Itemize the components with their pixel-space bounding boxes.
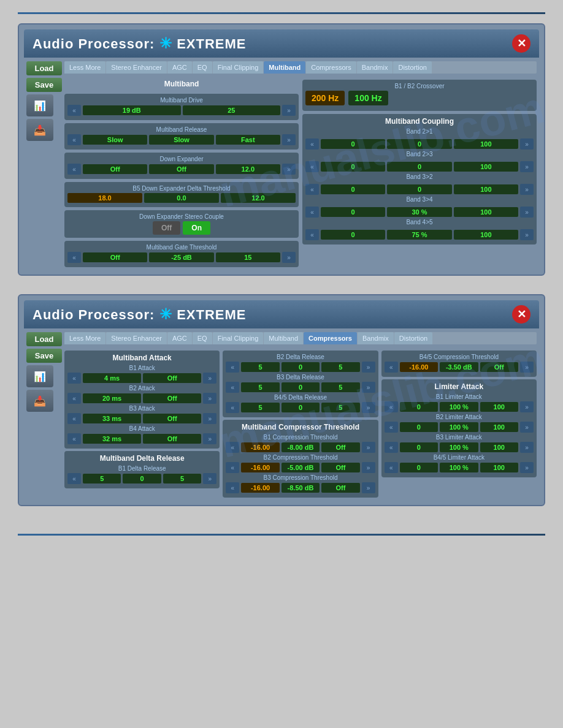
exp-inc2-btn[interactable]: » [282,164,296,175]
b2la-dec-btn[interactable]: « [385,422,398,433]
b1ct-inc-btn[interactable]: » [362,442,375,453]
drive-inc2-btn[interactable]: » [282,105,296,116]
b3la-dec-btn[interactable]: « [385,442,398,453]
band45-inc-btn[interactable]: » [520,229,534,240]
b5-exp-row: 18.0 0.0 12.0 [67,193,296,203]
tab-p1-multiband[interactable]: Multiband [264,61,305,74]
b3ct-inc-btn[interactable]: » [362,482,375,493]
panel-2-close-button[interactable]: ✕ [512,305,530,324]
exp-dec2-btn[interactable]: « [67,164,81,175]
b3atk-dec-btn[interactable]: « [67,413,81,424]
tab-p2-agc[interactable]: AGC [167,332,192,344]
tab-p1-eq[interactable]: EQ [193,61,212,74]
band21-dec-btn[interactable]: « [305,138,319,150]
panel-1-export-icon-button[interactable]: 📥 [26,119,53,141]
tab-p2-multiband[interactable]: Multiband [264,332,303,344]
release-inc2-btn[interactable]: » [282,134,296,145]
b45dr-dec-btn[interactable]: « [226,402,239,413]
stereo-couple-off-btn[interactable]: Off [153,221,180,235]
b1atk-inc-btn[interactable]: » [203,373,216,384]
panel-1-save-button[interactable]: Save [26,78,62,92]
drive-dec2-btn[interactable]: « [67,105,81,116]
b45la-dec-btn[interactable]: « [385,462,398,473]
tab-p1-finalclipping[interactable]: Final Clipping [213,61,264,74]
b2dr-inc-btn[interactable]: » [362,362,375,373]
release-value: Slow [149,135,213,145]
drive-label: Multiband Drive [67,97,296,104]
b2ct-dec-btn[interactable]: « [226,462,239,473]
band45-dec-btn[interactable]: « [305,229,319,240]
panel-2-save-button[interactable]: Save [26,349,62,363]
b3atk-inc-btn[interactable]: » [203,413,216,424]
b5-v3: 12.0 [221,193,296,203]
tab-p2-distortion[interactable]: Distortion [394,332,432,344]
expander-row: « Off Off 12.0 » [67,164,296,175]
tab-p1-lessmore[interactable]: Less More [64,61,105,74]
b45dr-inc-btn[interactable]: » [362,402,375,413]
b1dr-inc-btn[interactable]: » [203,473,216,484]
b1dr-dec-btn[interactable]: « [67,473,81,484]
tab-p2-finalclipping[interactable]: Final Clipping [213,332,264,344]
release-dec2-btn[interactable]: « [67,134,81,145]
tab-p1-agc[interactable]: AGC [167,61,192,74]
panel-2-chart-icon-button[interactable]: 📊 [26,365,53,387]
comp-col-2: B2 Delta Release « 5 0 5 » B3 Delta Rele… [223,351,378,498]
panel-1-close-button[interactable]: ✕ [512,34,530,53]
b45la-inc-btn[interactable]: » [520,462,534,473]
b2-ct-label: B2 Compression Threshold [226,454,375,461]
band32-dec-btn[interactable]: « [305,184,319,195]
tab-p1-distortion[interactable]: Distortion [393,61,431,74]
b1atk-dec-btn[interactable]: « [67,373,81,384]
band-45-label: Band 4>5 [305,219,534,226]
b2atk-inc-btn[interactable]: » [203,393,216,404]
gate-inc2-btn[interactable]: » [282,252,296,263]
b1la-dec-btn[interactable]: « [385,401,398,412]
panel-1-chart-icon-button[interactable]: 📊 [26,94,53,116]
tab-p1-bandmix[interactable]: Bandmix [357,61,393,74]
b2ct-inc-btn[interactable]: » [362,462,375,473]
panel-2-load-button[interactable]: Load [26,332,62,346]
freq1-btn[interactable]: 200 Hz [305,91,345,105]
comp-col-1: Multiband Attack B1 Attack « 4 ms Off » … [64,351,220,498]
tab-p1-compressors[interactable]: Compressors [306,61,356,74]
band-45-slider: « 0 75 % 100 » [305,229,534,240]
b2atk-dec-btn[interactable]: « [67,393,81,404]
band32-inc-btn[interactable]: » [520,184,534,195]
b4atk-dec-btn[interactable]: « [67,433,81,444]
panel-1-sidebar: Load Save 📊 📥 [26,61,62,141]
freq2-btn[interactable]: 100 Hz [348,91,388,105]
b45-la-row: « 0 100 % 100 » [385,462,534,473]
b3dr-dec-btn[interactable]: « [226,382,239,393]
stereo-couple-on-btn[interactable]: On [183,221,210,235]
tab-p2-bandmix[interactable]: Bandmix [358,332,394,344]
b45ct-dec-btn[interactable]: « [385,362,398,373]
band23-dec-btn[interactable]: « [305,161,319,172]
panel-1-title-text: Audio Processor: [33,36,155,51]
top-line [18,12,545,14]
b45ct-inc-btn[interactable]: » [520,362,534,373]
b2dr-dec-btn[interactable]: « [226,362,239,373]
b3la-inc-btn[interactable]: » [520,442,534,453]
band34-dec-btn[interactable]: « [305,207,319,218]
b3ct-dec-btn[interactable]: « [226,482,239,493]
tab-p2-compressors[interactable]: Compressors [304,332,357,344]
band45-max: 100 [454,230,518,240]
b1ct-dec-btn[interactable]: « [226,442,239,453]
gate-dec2-btn[interactable]: « [67,252,81,263]
b4atk-inc-btn[interactable]: » [203,433,216,444]
panel-1-load-button[interactable]: Load [26,61,62,75]
b1la-inc-btn[interactable]: » [520,401,534,412]
band21-inc-btn[interactable]: » [520,138,534,150]
b3dr-inc-btn[interactable]: » [362,382,375,393]
panel-2-export-icon-button[interactable]: 📥 [26,390,53,412]
tab-p1-stereo[interactable]: Stereo Enhancer [106,61,167,74]
exp-min: Off [83,164,147,174]
band23-inc-btn[interactable]: » [520,161,534,172]
gate-row: « Off -25 dB 15 » [67,252,296,263]
tab-p2-lessmore[interactable]: Less More [64,332,105,344]
b2la-inc-btn[interactable]: » [520,422,534,433]
tab-p2-eq[interactable]: EQ [193,332,212,344]
b3-dr-row: « 5 0 5 » [226,382,375,393]
band34-inc-btn[interactable]: » [520,207,534,218]
tab-p2-stereo[interactable]: Stereo Enhancer [106,332,167,344]
